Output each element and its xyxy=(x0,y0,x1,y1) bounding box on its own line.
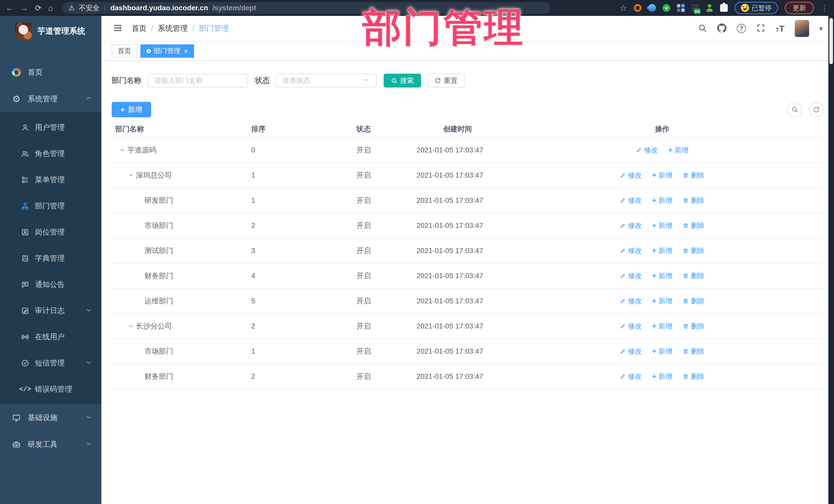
extensions-puzzle-icon[interactable] xyxy=(720,4,728,12)
action-删除[interactable]: 删除 xyxy=(683,322,705,331)
sidebar-item-字典管理[interactable]: 字典管理 xyxy=(0,245,101,271)
action-修改[interactable]: 修改 xyxy=(620,196,642,205)
page-scrollbar[interactable] xyxy=(828,16,834,504)
dept-name-input[interactable]: 请输入部门名称 xyxy=(148,74,248,88)
sidebar-item-错误码管理[interactable]: </>错误码管理 xyxy=(0,376,101,402)
refresh-button[interactable] xyxy=(809,102,824,117)
action-修改[interactable]: 修改 xyxy=(620,171,642,180)
chevron-down-icon[interactable]: ▾ xyxy=(819,25,823,32)
forward-icon[interactable]: → xyxy=(20,4,28,12)
add-button[interactable]: +新增 xyxy=(112,102,151,117)
action-删除[interactable]: 删除 xyxy=(683,372,705,381)
action-修改[interactable]: 修改 xyxy=(620,347,642,356)
expand-arrow-icon[interactable] xyxy=(128,172,136,178)
tab-active-dot xyxy=(147,49,151,53)
action-修改[interactable]: 修改 xyxy=(620,372,642,381)
sidebar-item-短信管理[interactable]: 短信管理 xyxy=(0,350,101,376)
actions-cell: 修改+新增删除 xyxy=(501,171,824,180)
update-button[interactable]: 更新 xyxy=(785,2,814,14)
search-icon[interactable] xyxy=(698,23,707,34)
action-修改[interactable]: 修改 xyxy=(636,146,658,155)
browser-toolbar: ← → ⟳ ⌂ ⚠ 不安全 dashboard.yudao.iocoder.cn… xyxy=(0,0,834,16)
tags-view-bar: 首页部门管理× xyxy=(101,41,834,61)
close-icon[interactable]: × xyxy=(184,48,188,54)
user-avatar[interactable] xyxy=(795,20,809,37)
action-新增[interactable]: +新增 xyxy=(652,372,672,381)
breadcrumb-item[interactable]: 首页 xyxy=(132,23,147,34)
action-删除[interactable]: 删除 xyxy=(683,171,705,180)
delete-icon xyxy=(683,373,689,379)
bookmark-star-icon[interactable]: ☆ xyxy=(619,3,627,13)
search-button[interactable]: 搜索 xyxy=(383,74,421,88)
action-删除[interactable]: 删除 xyxy=(683,221,705,230)
sidebar-item-label: 岗位管理 xyxy=(35,227,65,237)
action-删除[interactable]: 删除 xyxy=(683,196,705,205)
dept-name-cell: 研发部门 xyxy=(112,196,248,205)
sidebar-item-菜单管理[interactable]: 菜单管理 xyxy=(0,167,101,193)
sidebar-item-用户管理[interactable]: 用户管理 xyxy=(0,114,101,140)
extension-grid-icon[interactable] xyxy=(677,4,685,12)
action-新增[interactable]: +新增 xyxy=(652,246,672,255)
dept-name-cell: 运维部门 xyxy=(112,296,248,306)
sidebar-item-系统管理[interactable]: ⚙系统管理 xyxy=(0,86,101,112)
hamburger-icon[interactable] xyxy=(113,23,123,34)
action-修改[interactable]: 修改 xyxy=(620,246,642,255)
extension-check-icon[interactable]: v xyxy=(663,4,670,12)
browser-menu-icon[interactable]: ⋮ xyxy=(821,6,828,10)
sort-cell: 3 xyxy=(248,247,353,255)
action-新增[interactable]: +新增 xyxy=(652,196,672,205)
fullscreen-icon[interactable] xyxy=(756,23,766,34)
font-size-icon[interactable]: TT xyxy=(776,24,785,33)
extension-drop-icon[interactable] xyxy=(647,3,657,13)
action-修改[interactable]: 修改 xyxy=(620,221,642,230)
action-修改[interactable]: 修改 xyxy=(620,271,642,281)
home-icon[interactable]: ⌂ xyxy=(48,4,53,12)
action-修改[interactable]: 修改 xyxy=(620,297,642,306)
profile-paused-chip[interactable]: 已暂停 xyxy=(734,2,778,14)
action-删除[interactable]: 删除 xyxy=(683,271,705,281)
reload-icon[interactable]: ⟳ xyxy=(35,4,42,12)
sidebar-item-基础设施[interactable]: 基础设施 xyxy=(0,404,101,431)
monitor-icon xyxy=(11,413,22,423)
action-新增[interactable]: +新增 xyxy=(652,347,672,356)
sidebar-item-通知公告[interactable]: 通知公告 xyxy=(0,271,101,298)
sidebar-item-部门管理[interactable]: 部门管理 xyxy=(0,193,101,219)
sidebar-item-审计日志[interactable]: 审计日志 xyxy=(0,298,101,324)
action-新增[interactable]: +新增 xyxy=(652,221,672,230)
profile-emoji-avatar xyxy=(741,4,749,12)
address-bar[interactable]: ⚠ 不安全 dashboard.yudao.iocoder.cn/system/… xyxy=(62,2,551,14)
action-新增[interactable]: +新增 xyxy=(652,297,672,306)
help-icon[interactable]: ? xyxy=(737,24,746,33)
breadcrumb-item[interactable]: 系统管理 xyxy=(158,23,188,34)
tab-首页[interactable]: 首页 xyxy=(112,44,137,58)
action-新增[interactable]: +新增 xyxy=(652,271,672,281)
status-select[interactable]: 菜单状态 xyxy=(276,74,376,88)
plus-icon: + xyxy=(652,297,656,305)
extension-person-icon[interactable] xyxy=(706,4,714,12)
action-删除[interactable]: 删除 xyxy=(683,246,705,255)
actions-cell: 修改+新增删除 xyxy=(501,271,824,281)
tab-部门管理[interactable]: 部门管理× xyxy=(140,44,194,58)
back-icon[interactable]: ← xyxy=(6,4,14,12)
action-修改[interactable]: 修改 xyxy=(620,322,642,331)
sidebar-item-首页[interactable]: 首页 xyxy=(0,59,101,86)
expand-arrow-icon[interactable] xyxy=(128,323,136,329)
expand-arrow-icon[interactable] xyxy=(119,147,128,153)
reset-button[interactable]: 重置 xyxy=(427,74,465,88)
sidebar-logo[interactable]: 芋道管理系统 xyxy=(0,16,101,46)
extension-list-icon[interactable]: on xyxy=(691,4,699,12)
edit-icon xyxy=(620,323,626,329)
sidebar-item-角色管理[interactable]: 角色管理 xyxy=(0,140,101,167)
action-新增[interactable]: +新增 xyxy=(652,171,672,180)
github-icon[interactable] xyxy=(717,23,726,34)
scrollbar-thumb[interactable] xyxy=(829,18,833,64)
action-删除[interactable]: 删除 xyxy=(683,347,705,356)
extension-orange-icon[interactable] xyxy=(634,4,641,12)
sidebar-item-岗位管理[interactable]: 岗位管理 xyxy=(0,219,101,245)
action-删除[interactable]: 删除 xyxy=(683,297,705,306)
action-新增[interactable]: +新增 xyxy=(652,322,672,331)
sidebar-item-在线用户[interactable]: 在线用户 xyxy=(0,324,101,350)
toggle-search-button[interactable] xyxy=(787,102,802,117)
sidebar-item-研发工具[interactable]: 研发工具 xyxy=(0,431,101,458)
action-新增[interactable]: +新增 xyxy=(668,146,688,155)
